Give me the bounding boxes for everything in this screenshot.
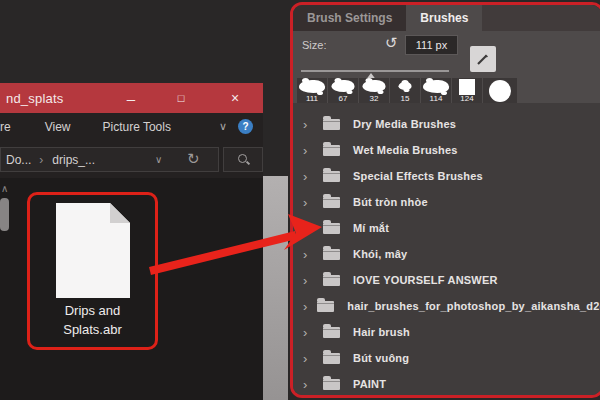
brush-size-label: 67 (328, 94, 358, 103)
close-button[interactable]: × (220, 83, 250, 113)
chevron-right-icon[interactable]: › (303, 273, 313, 288)
breadcrumb-folder[interactable]: drips_... (52, 153, 95, 167)
folder-icon (323, 327, 340, 338)
brush-folder-row[interactable]: › Bút tròn nhòe (293, 189, 600, 215)
chevron-up-icon[interactable]: ∧ (1, 183, 8, 194)
splat-brush-preview (332, 80, 355, 92)
chevron-right-icon[interactable]: › (303, 351, 313, 366)
splat-brush-preview (363, 80, 386, 92)
stroke-preview-toggle[interactable] (470, 46, 496, 72)
chevron-right-icon[interactable]: › (303, 143, 313, 158)
brush-thumbnail[interactable]: 124 (452, 78, 482, 103)
chevron-right-icon[interactable]: › (303, 169, 313, 184)
brush-size-label: 15 (390, 94, 420, 103)
chevron-down-icon[interactable]: ∨ (219, 120, 227, 133)
address-dropdown-icon[interactable]: ∨ (155, 154, 162, 165)
brush-size-section: Size: ↺ 111 px 111 67 (293, 31, 600, 103)
brush-thumbnail[interactable]: 67 (328, 78, 358, 103)
brush-folder-row[interactable]: › Dry Media Brushes (293, 111, 600, 137)
background-window-strip (262, 176, 288, 400)
menu-item-picture-tools[interactable]: Picture Tools (102, 120, 170, 134)
folder-icon (323, 197, 340, 208)
explorer-window-title: nd_splats (0, 91, 63, 106)
tab-brush-settings[interactable]: Brush Settings (293, 5, 406, 31)
folder-icon (317, 301, 334, 312)
scrollbar-thumb[interactable] (0, 198, 9, 231)
size-label: Size: (302, 39, 326, 51)
brush-folder-row[interactable]: › PAINT (293, 371, 600, 397)
explorer-ribbon-menu: re View Picture Tools ∨ ? (0, 113, 263, 140)
refresh-icon[interactable]: ↻ (187, 150, 200, 168)
abr-file-name-line2: Splats.abr (29, 320, 156, 339)
brush-folder-row[interactable]: › Khói, mây (293, 241, 600, 267)
help-icon[interactable]: ? (238, 119, 253, 134)
chevron-right-icon[interactable]: › (303, 325, 313, 340)
explorer-addressbar: Do... › drips_... ∨ ↻ (0, 140, 263, 178)
folder-icon (323, 275, 340, 286)
brush-thumbnail[interactable]: 32 (359, 78, 389, 103)
chevron-right-icon[interactable]: › (303, 195, 313, 210)
splat-brush-preview (399, 82, 412, 90)
reset-icon[interactable]: ↺ (385, 34, 398, 52)
brush-folder-label: Mí mắt (353, 222, 389, 234)
folder-icon (323, 379, 340, 390)
minimize-button[interactable]: – (116, 83, 146, 113)
chevron-right-icon[interactable]: › (303, 299, 307, 314)
brush-folder-label: Wet Media Brushes (353, 144, 458, 156)
folder-icon (323, 171, 340, 182)
brush-thumbnail[interactable] (483, 78, 517, 103)
chevron-right-icon[interactable]: › (303, 247, 313, 262)
brush-thumbnail[interactable]: 114 (421, 78, 451, 103)
brush-folder-label: Hair brush (353, 326, 410, 338)
brush-folder-list: › Dry Media Brushes › Wet Media Brushes … (293, 103, 600, 395)
brush-folder-label: Dry Media Brushes (353, 118, 456, 130)
search-icon (237, 153, 250, 166)
menu-item-view[interactable]: View (45, 120, 71, 134)
brush-size-label: 124 (452, 94, 482, 103)
chevron-right-icon[interactable]: › (303, 377, 313, 392)
pencil-icon (475, 51, 491, 67)
menu-item-share-partial[interactable]: re (0, 120, 11, 134)
brush-folder-label: Khói, mây (353, 248, 407, 260)
brush-folder-label: Special Effects Brushes (353, 170, 483, 182)
address-box[interactable]: Do... › drips_... ∨ ↻ (0, 147, 219, 172)
brush-folder-label: Bút vuông (353, 352, 409, 364)
abr-file-name-line1: Drips and (29, 301, 156, 320)
abr-file-name[interactable]: Drips and Splats.abr (29, 301, 156, 339)
chevron-right-icon[interactable]: › (303, 117, 313, 132)
tabbar-filler (482, 5, 600, 31)
abr-file-icon[interactable] (56, 203, 130, 298)
size-slider-track[interactable] (301, 70, 449, 72)
brush-folder-label: hair_brushes_for_photoshop_by_aikansha_d… (347, 300, 600, 312)
brush-thumbnail[interactable]: 111 (297, 78, 327, 103)
brush-folder-row[interactable]: › Mí mắt (293, 215, 600, 241)
breadcrumb-root[interactable]: Do... (6, 153, 31, 167)
panel-tabbar: Brush Settings Brushes (293, 5, 600, 31)
brush-thumbnail[interactable]: 15 (390, 78, 420, 103)
brush-size-label: 32 (359, 94, 389, 103)
search-input[interactable] (223, 147, 263, 172)
brush-folder-label: PAINT (353, 378, 386, 390)
brush-thumbnails-row: 111 67 32 15 114 (297, 78, 517, 103)
brush-folder-row[interactable]: › Special Effects Brushes (293, 163, 600, 189)
chevron-right-icon[interactable]: › (303, 221, 313, 236)
brush-size-label: 111 (297, 94, 327, 103)
brush-folder-row[interactable]: › Wet Media Brushes (293, 137, 600, 163)
brush-folder-row[interactable]: › lOVE YOURSELF ANSWER (293, 267, 600, 293)
brush-folder-label: Bút tròn nhòe (353, 196, 428, 208)
brush-folder-row[interactable]: › hair_brushes_for_photoshop_by_aikansha… (293, 293, 600, 319)
brush-folder-row[interactable]: › Hair brush (293, 319, 600, 345)
brush-folder-label: lOVE YOURSELF ANSWER (353, 274, 498, 286)
size-value-field[interactable]: 111 px (405, 35, 458, 55)
square-brush-preview (459, 79, 475, 95)
brush-size-label: 114 (421, 94, 451, 103)
tab-brushes[interactable]: Brushes (406, 5, 482, 31)
brush-folder-row[interactable]: › Bút vuông (293, 345, 600, 371)
explorer-titlebar: nd_splats – □ × (0, 83, 263, 113)
folder-icon (323, 223, 340, 234)
screenshot-stage: nd_splats – □ × re View Picture Tools ∨ … (0, 0, 600, 400)
maximize-button[interactable]: □ (166, 83, 196, 113)
folder-icon (323, 145, 340, 156)
folder-icon (323, 249, 340, 260)
brushes-panel: Brush Settings Brushes Size: ↺ 111 px 11… (290, 2, 600, 398)
